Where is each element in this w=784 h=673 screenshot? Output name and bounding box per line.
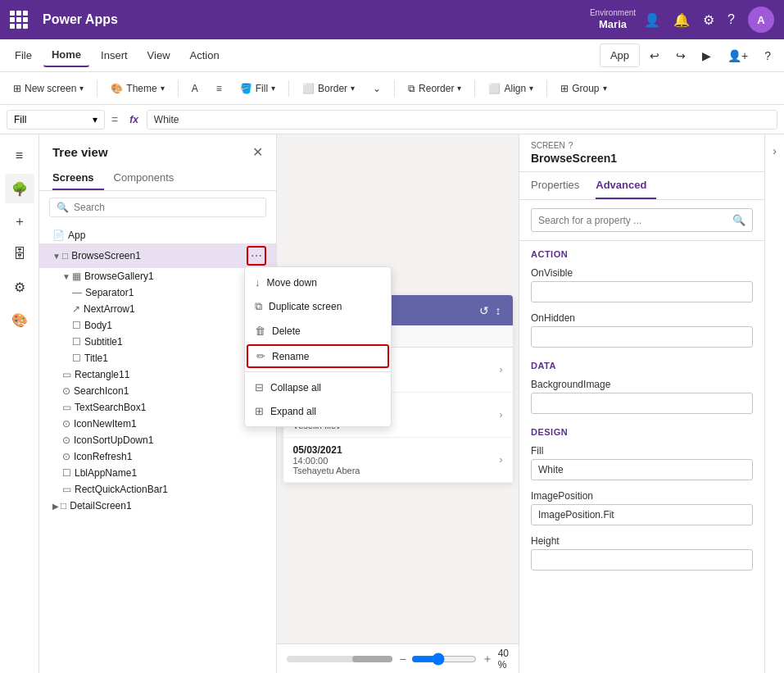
tree-item-body[interactable]: ☐ Body1 [39,317,276,334]
ctx-collapse[interactable]: ⊟ Collapse all [245,375,391,399]
nav-home-icon[interactable]: ≡ [5,141,34,171]
menu-file[interactable]: File [7,44,40,66]
tab-screens[interactable]: Screens [52,166,104,190]
menu-help-icon[interactable]: ? [758,44,777,67]
settings-icon[interactable]: ⚙ [703,12,714,28]
tree-item-subtitle[interactable]: ☐ Subtitle1 [39,334,276,350]
tree-item-icon-sort[interactable]: ⊙ IconSortUpDown1 [39,432,276,448]
border-label: Border [318,83,347,94]
nav-theme-nav-icon[interactable]: 🎨 [5,305,34,334]
waffle-icon[interactable] [10,11,28,29]
reorder-label: Reorder [419,83,454,94]
icon-sort-icon: ⊙ [62,434,70,446]
zoom-slider[interactable] [411,653,477,666]
tree-header: Tree view ✕ [39,134,276,166]
expand-browse-icon[interactable]: ▼ [52,252,61,261]
zoom-out-button[interactable]: − [399,653,406,666]
expand-gallery-icon[interactable]: ▼ [62,272,70,281]
app-label[interactable]: App [600,43,640,67]
tab-properties[interactable]: Properties [531,172,589,199]
down-button[interactable]: ⌄ [366,80,387,98]
icon-new-icon: ⊙ [62,418,70,430]
expand-detail-icon[interactable]: ▶ [52,502,59,511]
tree-item-icon-new[interactable]: ⊙ IconNewItem1 [39,416,276,432]
on-hidden-input[interactable] [531,326,753,348]
rect-quick-icon: ▭ [62,484,71,495]
nav-data-icon[interactable]: 🗄 [5,239,34,269]
search-icon-tree: ⊙ [62,385,70,397]
tab-components[interactable]: Components [114,166,184,190]
align-text-button[interactable]: ≡ [210,80,229,98]
fill-icon: 🪣 [240,83,252,94]
tree-title: Tree view [52,145,108,159]
tree-item-separator[interactable]: — Separator1 [39,284,276,301]
fill-button[interactable]: 🪣 Fill ▾ [233,80,282,98]
right-search-input[interactable] [538,215,727,226]
new-screen-button[interactable]: ⊞ New screen ▾ [7,80,90,98]
tree-close-button[interactable]: ✕ [252,144,263,160]
refresh-header-icon[interactable]: ↺ [479,304,489,317]
nav-components-icon[interactable]: ⚙ [5,272,34,302]
apt-item-3[interactable]: 05/03/2021 14:00:00 Tsehayetu Abera › [283,438,513,483]
ctx-duplicate[interactable]: ⧉ Duplicate screen [245,294,391,319]
tree-item-browse-gallery[interactable]: ▼ ▦ BrowseGallery1 [39,268,276,284]
bg-image-input[interactable] [531,393,753,414]
tree-item-rectangle[interactable]: ▭ Rectangle11 [39,366,276,383]
redo-icon[interactable]: ↪ [669,44,692,67]
fill-prop-input[interactable] [531,459,753,480]
tree-item-search-icon[interactable]: ⊙ SearchIcon1 [39,383,276,399]
help-icon[interactable]: ? [727,12,735,27]
nav-add-icon[interactable]: ＋ [5,207,34,236]
property-dropdown[interactable]: Fill ▾ [7,110,105,130]
tree-item-app[interactable]: 📄 App [39,227,276,243]
tree-item-detail-screen[interactable]: ▶ □ DetailScreen1 [39,498,276,514]
menu-insert[interactable]: Insert [93,44,136,66]
formula-input[interactable] [147,110,777,130]
zoom-in-button[interactable]: ＋ [482,652,493,666]
tree-item-lbl-app[interactable]: ☐ LblAppName1 [39,465,276,481]
menu-home[interactable]: Home [43,43,89,67]
fill-arrow: ▾ [271,84,275,93]
tree-item-title[interactable]: ☐ Title1 [39,350,276,366]
menu-view[interactable]: View [139,44,179,66]
bell-icon[interactable]: 🔔 [673,12,690,28]
canvas-scrollbar[interactable] [287,656,392,662]
rename-label: Rename [272,351,309,362]
align-arrow: ▾ [529,84,533,93]
fx-button[interactable]: fx [125,114,143,125]
ctx-expand[interactable]: ⊞ Expand all [245,399,391,423]
right-panel-expand[interactable]: › [764,134,784,673]
sort-header-icon[interactable]: ↕ [496,304,501,317]
prop-bg-image: BackgroundImage [519,374,764,419]
undo-icon[interactable]: ↩ [643,44,666,67]
text-format-button[interactable]: A [185,80,205,98]
env-label: Environment [590,8,636,18]
tree-item-browse-screen[interactable]: ▼ □ BrowseScreen1 ⋯ [39,243,276,268]
tree-search-input[interactable] [74,202,259,213]
text-search-label: TextSearchBox1 [75,402,266,413]
avatar[interactable]: A [748,7,774,33]
tree-item-icon-refresh[interactable]: ⊙ IconRefresh1 [39,448,276,465]
ctx-move-down[interactable]: ↓ Move down [245,271,391,294]
tree-item-rect-quick[interactable]: ▭ RectQuickActionBar1 [39,481,276,498]
play-icon[interactable]: ▶ [696,44,718,67]
tree-item-next-arrow[interactable]: ↗ NextArrow1 [39,301,276,317]
border-button[interactable]: ⬜ Border ▾ [296,80,361,98]
height-input[interactable] [531,549,753,571]
ctx-rename[interactable]: ✏ Rename [247,344,389,368]
on-visible-input[interactable] [531,281,753,302]
align-button[interactable]: ⬜ Align ▾ [482,80,540,98]
menu-action[interactable]: Action [182,44,228,66]
nav-tree-icon[interactable]: 🌳 [5,174,34,203]
theme-button[interactable]: 🎨 Theme ▾ [104,80,170,98]
duplicate-icon: ⧉ [255,300,262,313]
tab-advanced[interactable]: Advanced [596,172,656,199]
share-icon[interactable]: 👤+ [721,44,755,67]
reorder-button[interactable]: ⧉ Reorder ▾ [401,80,468,98]
ctx-delete[interactable]: 🗑 Delete [245,319,391,343]
person-icon[interactable]: 👤 [644,12,660,28]
group-button[interactable]: ⊞ Group ▾ [554,80,613,98]
browse-screen-more-button[interactable]: ⋯ [247,246,266,266]
image-pos-input[interactable] [531,504,753,525]
tree-item-text-search[interactable]: ▭ TextSearchBox1 [39,399,276,416]
